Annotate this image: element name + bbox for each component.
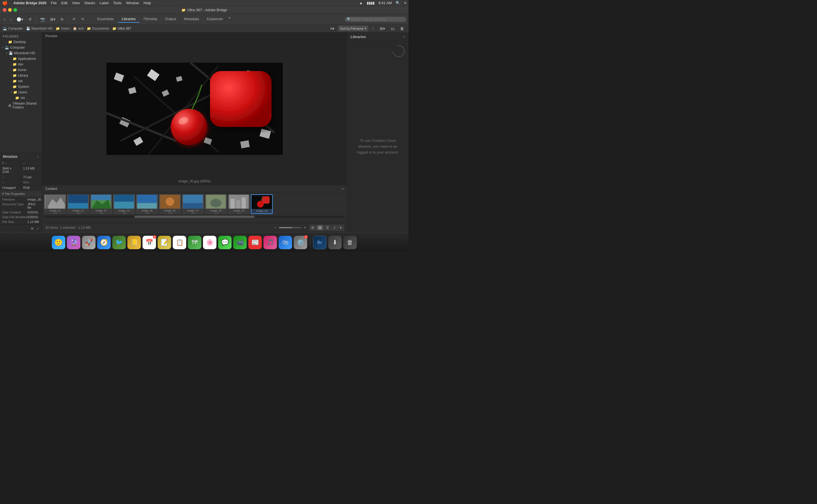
menu-edit[interactable]: Edit <box>59 1 70 5</box>
tab-metadata[interactable]: Metadata <box>180 16 203 23</box>
view-options-button[interactable]: ⊞▾ <box>378 25 387 32</box>
search-input[interactable] <box>351 17 404 21</box>
thumb-image24[interactable]: Image_24.jpg <box>113 194 135 214</box>
refine-button[interactable]: ⊞▾ <box>48 16 57 22</box>
view-grid2-button[interactable]: ⊟ <box>317 225 323 230</box>
libraries-menu-icon[interactable]: ≡ <box>403 35 405 39</box>
dock-safari[interactable]: 🧭 <box>97 236 111 249</box>
view-more-button[interactable]: ▾ <box>338 225 344 230</box>
apple-menu[interactable]: 🍎 <box>2 0 8 6</box>
sidebar-item-home[interactable]: › 📁 home <box>0 67 42 73</box>
menu-app[interactable]: Adobe Bridge 2020 <box>11 1 49 5</box>
sidebar-item-system[interactable]: › 📁 System <box>0 84 42 90</box>
bc-computer[interactable]: 💻 Computer <box>3 27 23 30</box>
file-properties-header[interactable]: ▾ File Properties <box>0 190 42 197</box>
h-scrollbar[interactable] <box>44 216 345 218</box>
redo-button[interactable]: ↷ <box>79 16 86 22</box>
dock-messages[interactable]: 💬 <box>218 236 232 249</box>
back-button[interactable]: ‹ <box>2 16 7 22</box>
tab-keywords[interactable]: Keywords <box>203 16 227 23</box>
thumb-image29[interactable]: Image_29.jpg <box>228 194 250 214</box>
sidebar-item-applications[interactable]: › 📁 Applications <box>0 56 42 62</box>
dock-appstore[interactable]: 🛍 <box>279 236 292 249</box>
sidebar-item-vm[interactable]: 📁 vm <box>0 95 42 101</box>
bc-ultra387[interactable]: 📁 Ultra 387 <box>112 27 131 30</box>
search-icon[interactable]: 🔍 <box>396 1 400 5</box>
bc-users[interactable]: 📁 Users <box>56 27 70 30</box>
thumb-image27[interactable]: Image_27.jpg <box>182 194 204 214</box>
dock-launchpad[interactable]: 🚀 <box>82 236 95 249</box>
dock-maps[interactable]: 🗺 <box>188 236 201 249</box>
control-center-icon[interactable]: ≡ <box>404 1 406 5</box>
metadata-menu-icon[interactable]: ≡ <box>37 155 39 159</box>
bc-macintosh-hd[interactable]: 💾 Macintosh HD <box>26 27 52 30</box>
view-detail-button[interactable]: ≡ <box>332 225 337 230</box>
dock-photos[interactable]: 🌸 <box>203 236 217 249</box>
sidebar-item-computer[interactable]: ▾ 💻 Computer <box>0 45 42 50</box>
forward-button[interactable]: › <box>9 16 13 22</box>
sort-direction-button[interactable]: ↑ <box>370 25 376 32</box>
cancel-button[interactable]: ✕ <box>30 226 34 231</box>
dock-contacts[interactable]: 📒 <box>127 236 141 249</box>
sidebar-item-users[interactable]: ▾ 📁 Users <box>0 90 42 95</box>
dock-notes[interactable]: 📝 <box>158 236 171 249</box>
camera-raw-button[interactable]: 📷 <box>39 16 47 22</box>
dock-siri[interactable]: 🔮 <box>67 236 80 249</box>
menu-file[interactable]: File <box>49 1 59 5</box>
menu-tools[interactable]: Tools <box>111 1 124 5</box>
dock-trash[interactable]: 🗑 <box>343 236 357 249</box>
zoom-out-button[interactable]: − <box>274 225 276 230</box>
thumb-image22[interactable]: Image_22.jpg <box>67 194 89 214</box>
menu-view[interactable]: View <box>70 1 82 5</box>
thumb-image23[interactable]: Image_23.jpg <box>90 194 112 214</box>
bc-test[interactable]: 🏠 test <box>73 27 83 30</box>
tab-essentials[interactable]: Essentials <box>93 16 117 23</box>
tab-filmstrip[interactable]: Filmstrip <box>139 16 161 23</box>
content-menu-button[interactable]: ≡ <box>342 187 344 191</box>
tab-output[interactable]: Output <box>161 16 180 23</box>
menu-stacks[interactable]: Stacks <box>82 1 97 5</box>
filter-toggle-button[interactable]: ≡▾ <box>328 25 336 32</box>
dock-downloads[interactable]: ⬇ <box>328 236 342 249</box>
zoom-slider[interactable] <box>279 227 301 228</box>
menu-label[interactable]: Label <box>97 1 111 5</box>
search-bar[interactable]: 🔍 <box>345 17 406 22</box>
refresh-button[interactable]: ↻ <box>59 16 65 22</box>
sort-dropdown[interactable]: Sort by Filename ▾ <box>338 26 368 31</box>
tab-libraries[interactable]: Libraries <box>118 16 140 23</box>
thumb-image21[interactable]: Image_21.jpg <box>44 194 66 214</box>
dock-bridge[interactable]: Br <box>313 236 327 249</box>
dock-calendar[interactable]: 📅 8 <box>142 236 156 249</box>
thumb-image26[interactable]: Image_26.jpg <box>159 194 181 214</box>
rotate-left-button[interactable]: ↺ <box>27 16 33 22</box>
dock-finder[interactable]: 🙂 <box>52 236 65 249</box>
dock-music[interactable]: 🎵 <box>264 236 277 249</box>
dock-tweetbot[interactable]: 🐦 <box>112 236 126 249</box>
thumb-image28[interactable]: Image_28.jpg <box>205 194 227 214</box>
view-grid-button[interactable]: ⊞ <box>309 225 316 230</box>
undo-button[interactable]: ↶ <box>71 16 77 22</box>
zoom-in-button[interactable]: + <box>304 225 306 230</box>
history-button[interactable]: 🕐▾ <box>15 16 25 22</box>
close-button[interactable] <box>3 8 6 12</box>
dock-news[interactable]: 📰 <box>248 236 262 249</box>
dock-systemprefs[interactable]: ⚙️ 1 <box>294 236 307 249</box>
sidebar-item-dev[interactable]: › 📁 dev <box>0 62 42 67</box>
dock-facetime[interactable]: 📹 <box>233 236 247 249</box>
sidebar-item-macintosh-hd[interactable]: ▾ 💾 Macintosh HD <box>0 50 42 56</box>
more-tabs-button[interactable]: » <box>227 16 232 23</box>
sidebar-item-library[interactable]: › 📁 Library <box>0 73 42 78</box>
delete-button[interactable]: 🗑 <box>398 25 406 32</box>
sidebar-item-desktop[interactable]: › 📁 Desktop <box>0 39 42 45</box>
sidebar-item-vmware[interactable]: › 🖧 VMware Shared Folders <box>0 101 42 110</box>
confirm-button[interactable]: ✓ <box>36 226 39 231</box>
menu-window[interactable]: Window <box>124 1 141 5</box>
menu-help[interactable]: Help <box>141 1 153 5</box>
thumb-image25[interactable]: Image_25.jpg <box>136 194 158 214</box>
view-list-button[interactable]: ☰ <box>324 225 331 230</box>
thumb-image30[interactable]: Image_30.jpg <box>251 194 273 214</box>
new-folder-button[interactable]: 🗂 <box>389 25 396 32</box>
maximize-button[interactable] <box>13 8 17 12</box>
minimize-button[interactable] <box>8 8 12 12</box>
sidebar-item-net[interactable]: › 📁 net <box>0 78 42 84</box>
